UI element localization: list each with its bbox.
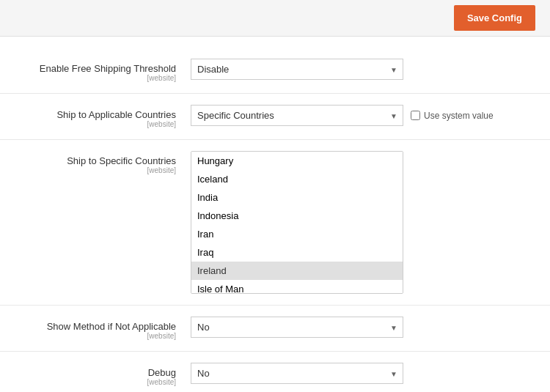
ship-to-countries-control: All Allowed Countries Specific Countries… xyxy=(191,105,528,126)
debug-select-wrapper: No Yes ▼ xyxy=(191,363,403,384)
show-method-label: Show Method if Not Applicable [website] xyxy=(22,317,191,340)
show-method-select[interactable]: No Yes xyxy=(191,317,403,338)
debug-select[interactable]: No Yes xyxy=(191,363,403,384)
debug-label: Debug [website] xyxy=(22,363,191,386)
ship-to-countries-select-wrapper: All Allowed Countries Specific Countries… xyxy=(191,105,403,126)
form-content: Enable Free Shipping Threshold [website]… xyxy=(0,37,550,392)
show-method-select-wrapper: No Yes ▼ xyxy=(191,317,403,338)
free-shipping-select[interactable]: Disable Enable xyxy=(191,59,403,80)
countries-listbox[interactable]: Hungary Iceland India Indonesia Iran Ira… xyxy=(191,151,403,294)
top-bar: Save Config xyxy=(0,0,550,37)
show-method-row: Show Method if Not Applicable [website] … xyxy=(0,309,550,347)
show-method-control: No Yes ▼ xyxy=(191,317,528,338)
use-system-value-checkbox[interactable] xyxy=(411,111,420,120)
free-shipping-control: Disable Enable ▼ xyxy=(191,59,528,80)
free-shipping-row: Enable Free Shipping Threshold [website]… xyxy=(0,51,550,89)
ship-to-specific-control: Hungary Iceland India Indonesia Iran Ira… xyxy=(191,151,528,294)
free-shipping-label: Enable Free Shipping Threshold [website] xyxy=(22,59,191,82)
use-system-value-label[interactable]: Use system value xyxy=(411,111,494,121)
ship-to-countries-select[interactable]: All Allowed Countries Specific Countries xyxy=(191,105,403,126)
free-shipping-select-wrapper: Disable Enable ▼ xyxy=(191,59,403,80)
ship-to-specific-label: Ship to Specific Countries [website] xyxy=(22,151,191,174)
ship-to-countries-label: Ship to Applicable Countries [website] xyxy=(22,105,191,128)
save-config-button[interactable]: Save Config xyxy=(454,5,535,31)
ship-to-specific-row: Ship to Specific Countries [website] Hun… xyxy=(0,144,550,301)
debug-control: No Yes ▼ xyxy=(191,363,528,384)
divider-1 xyxy=(0,93,550,94)
divider-4 xyxy=(0,351,550,352)
divider-2 xyxy=(0,139,550,140)
ship-to-countries-row: Ship to Applicable Countries [website] A… xyxy=(0,97,550,136)
debug-row: Debug [website] No Yes ▼ xyxy=(0,355,550,392)
divider-3 xyxy=(0,305,550,306)
